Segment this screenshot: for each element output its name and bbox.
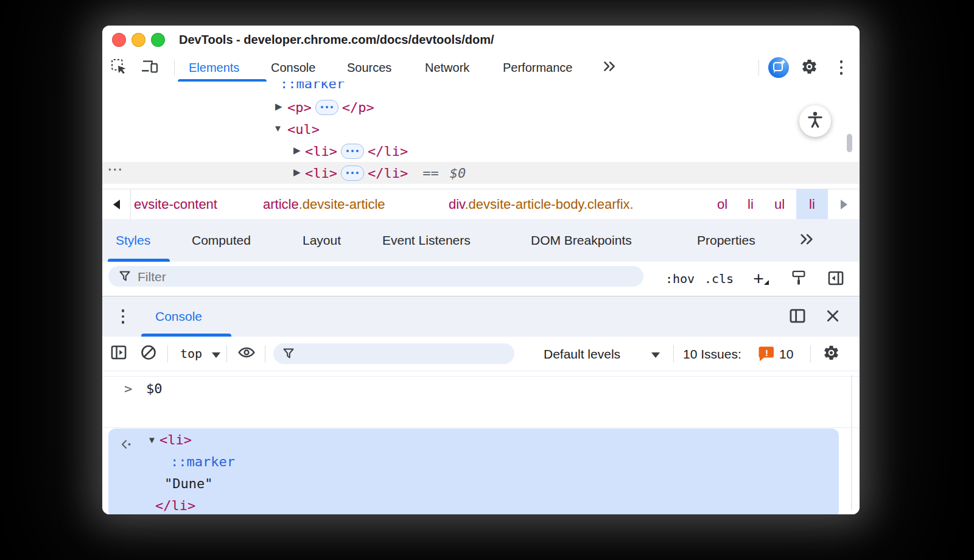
zoom-window-button[interactable] (151, 33, 165, 47)
filter-funnel-icon (282, 347, 295, 363)
ellipsis-pill[interactable] (341, 144, 364, 159)
tab-computed[interactable]: Computed (192, 219, 251, 262)
crumb-ul[interactable]: ul (774, 189, 785, 220)
console-filter-input[interactable] (301, 343, 472, 365)
caret-down-icon[interactable] (212, 352, 220, 358)
console-sidebar-button[interactable] (109, 344, 128, 363)
expand-arrow-icon[interactable]: ▶ (293, 167, 301, 178)
close-window-button[interactable] (112, 33, 126, 47)
console-scrollbar-track[interactable] (851, 375, 852, 510)
minimize-window-button[interactable] (131, 33, 145, 47)
row-more-actions-icon[interactable]: ⋯ (107, 160, 123, 179)
chevron-left-icon (113, 200, 120, 209)
prompt-chevron: > (124, 377, 132, 401)
console-settings-button[interactable] (821, 344, 841, 363)
breadcrumb: evsite-content article.devsite-article d… (102, 189, 860, 220)
expand-arrow-icon[interactable]: ▶ (293, 145, 301, 156)
log-levels-selector[interactable]: Default levels (544, 337, 620, 371)
console-output: > $0 ▼ <li> ::marker "Dune" </li> (102, 371, 860, 514)
ai-sparkle-icon (771, 58, 787, 77)
more-menu-button[interactable] (832, 58, 850, 77)
issues-badge-icon[interactable]: ! (758, 346, 775, 365)
collapse-arrow-icon[interactable]: ▼ (273, 123, 282, 133)
scrollbar-thumb[interactable] (847, 134, 852, 152)
styles-filter-row: :hov .cls + (102, 262, 860, 296)
chevrons-right-icon (799, 232, 815, 249)
ellipsis-pill[interactable] (341, 166, 364, 181)
crumb-li-selected[interactable]: li (796, 189, 828, 220)
tab-sources[interactable]: Sources (347, 54, 391, 82)
clear-console-button[interactable] (139, 344, 158, 363)
tab-styles[interactable]: Styles (116, 219, 150, 262)
issues-count[interactable]: 10 (779, 337, 793, 371)
equals-sign: == (422, 166, 439, 181)
tree-row-li-1[interactable]: ▶ <li> </li> (102, 140, 860, 162)
chevron-right-icon (841, 200, 847, 209)
devtools-window: DevTools - developer.chrome.com/docs/dev… (102, 26, 860, 514)
panel-left-icon (827, 270, 844, 289)
more-tabs-button[interactable] (600, 60, 618, 75)
styles-filter-input[interactable] (136, 266, 513, 288)
tree-row-p[interactable]: ▶ <p> </p> (102, 96, 860, 118)
kebab-menu-icon (840, 60, 843, 75)
title-bar: DevTools - developer.chrome.com/docs/dev… (102, 26, 860, 54)
new-style-rule-button[interactable]: + (746, 268, 771, 290)
gear-icon (822, 344, 840, 364)
paint-roller-icon (790, 270, 807, 289)
dropdown-corner-icon (764, 276, 769, 287)
tab-dom-breakpoints[interactable]: DOM Breakpoints (531, 219, 632, 262)
tree-row-li-selected[interactable]: ⋯ ▶ <li> </li> == $0 (102, 162, 860, 184)
svg-text:!: ! (765, 348, 768, 358)
breadcrumb-forward-button[interactable] (828, 189, 860, 220)
gear-icon (801, 58, 818, 78)
chevrons-right-icon (602, 60, 617, 75)
tree-row-clipped[interactable]: ::marker (102, 82, 860, 98)
crumb-devsite-content[interactable]: evsite-content (134, 189, 217, 220)
filter-funnel-icon (118, 270, 131, 285)
tree-row-ul[interactable]: ▼ <ul> (102, 118, 860, 140)
collapse-arrow-icon[interactable]: ▼ (147, 429, 156, 451)
live-expression-button[interactable] (236, 344, 257, 363)
toggle-sidebar-button[interactable] (826, 270, 846, 289)
toggle-element-state-button[interactable]: :hov (665, 262, 695, 296)
tab-event-listeners[interactable]: Event Listeners (382, 219, 471, 262)
kebab-menu-icon (122, 309, 125, 324)
accessibility-button[interactable] (799, 105, 831, 137)
crumb-article[interactable]: article.devsite-article (263, 189, 385, 220)
context-selector[interactable]: top (180, 337, 202, 371)
elements-dom-tree: ::marker ▶ <p> </p> ▼ <ul> ▶ <li> </li> (102, 82, 860, 189)
tab-performance[interactable]: Performance (503, 54, 573, 82)
tab-console[interactable]: Console (271, 54, 315, 82)
element-classes-button[interactable]: .cls (704, 262, 734, 296)
tab-properties[interactable]: Properties (697, 219, 755, 262)
window-title: DevTools - developer.chrome.com/docs/dev… (179, 26, 494, 54)
settings-button[interactable] (799, 58, 819, 77)
drawer-header: Console (102, 296, 860, 337)
crumb-div[interactable]: div.devsite-article-body.clearfix. (449, 189, 634, 220)
caret-down-icon[interactable] (651, 352, 660, 358)
crumb-li[interactable]: li (748, 189, 754, 220)
crumb-ol[interactable]: ol (717, 189, 727, 220)
main-toolbar: Elements Console Sources Network Perform… (102, 54, 860, 82)
console-command-row[interactable]: > $0 (102, 376, 860, 401)
clear-icon (140, 344, 157, 363)
split-panel-button[interactable] (788, 307, 807, 327)
tab-network[interactable]: Network (425, 54, 469, 82)
breadcrumb-back-button[interactable] (102, 189, 131, 220)
accessibility-person-icon (805, 110, 825, 132)
tab-elements[interactable]: Elements (189, 54, 239, 82)
issues-label[interactable]: 10 Issues: (683, 337, 741, 371)
device-toolbar-button[interactable] (140, 58, 159, 77)
close-drawer-button[interactable] (823, 307, 843, 327)
ai-assistant-button[interactable] (768, 57, 789, 78)
tab-layout[interactable]: Layout (303, 219, 341, 262)
console-result-block[interactable]: ▼ <li> ::marker "Dune" </li> (108, 429, 839, 514)
more-pane-tabs-button[interactable] (797, 233, 816, 248)
drawer-menu-button[interactable] (116, 307, 130, 326)
brush-button[interactable] (789, 270, 808, 289)
inspect-icon (111, 58, 127, 77)
tab-console-drawer[interactable]: Console (155, 296, 202, 337)
inspect-element-button[interactable] (110, 58, 128, 77)
ellipsis-pill[interactable] (315, 100, 338, 115)
expand-arrow-icon[interactable]: ▶ (275, 101, 282, 112)
